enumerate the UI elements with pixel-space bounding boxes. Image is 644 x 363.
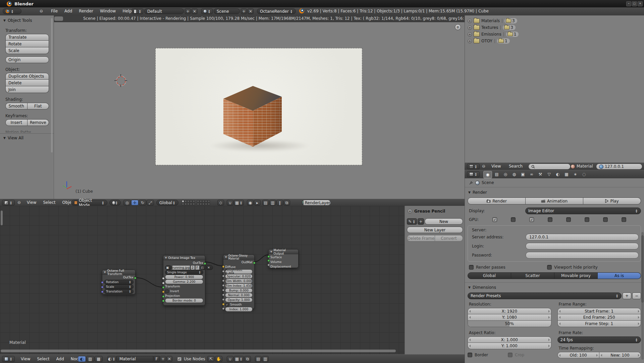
render-panel-header[interactable]: ▼Render xyxy=(468,190,644,195)
socket-invert[interactable] xyxy=(162,290,165,293)
menu-render[interactable]: Render xyxy=(75,8,97,14)
overlap-icon[interactable]: ⧉ xyxy=(244,356,251,362)
smooth-button[interactable]: Smooth xyxy=(5,103,28,109)
menu-add[interactable]: Add xyxy=(61,8,75,14)
viewport-3d[interactable]: Scene | Elapsed: 00:00.47 | Interactive … xyxy=(54,15,465,199)
start-frame-field[interactable]: Start Frame: 1 xyxy=(557,308,641,314)
add-scene-button[interactable]: + xyxy=(241,8,247,14)
render-button[interactable]: Render xyxy=(468,197,526,205)
insert-keyframe-button[interactable]: Insert xyxy=(5,119,28,126)
socket-outtex[interactable] xyxy=(134,277,137,279)
crop-checkbox[interactable]: ✓ xyxy=(508,353,513,357)
outliner-display-label[interactable]: Material xyxy=(577,164,593,169)
socket-projection[interactable] xyxy=(162,295,165,298)
tab-render-icon[interactable]: ◉ xyxy=(483,171,492,178)
texture-tree-icon[interactable]: ▩ xyxy=(95,356,103,362)
socket-gamma[interactable] xyxy=(162,282,165,284)
tab-world-icon[interactable]: ◍ xyxy=(510,171,518,178)
resolution-y-field[interactable]: Y: 1080 xyxy=(468,314,551,321)
panel-expand-icon[interactable]: + xyxy=(408,209,412,214)
normal-value[interactable]: Normal: 0.000 xyxy=(225,293,253,298)
end-frame-field[interactable]: End Frame: 250 xyxy=(557,314,641,321)
node-header[interactable]: ▼Octane Glossy Material xyxy=(223,255,254,260)
use-nodes-checkbox[interactable]: ✓ xyxy=(177,357,182,361)
tab-object-data-icon[interactable]: ▽ xyxy=(545,171,553,178)
open-image-icon[interactable]: ◰ xyxy=(200,265,206,270)
index-value[interactable]: Index: 1.000 xyxy=(225,307,253,312)
frame-rate-select[interactable]: 24 fps▲▼ xyxy=(557,336,641,343)
socket-specular[interactable] xyxy=(222,275,225,277)
node-octane-glossy-material[interactable]: ▼Octane Glossy Material OutMat Diffuse R… xyxy=(223,255,255,309)
properties-scrollbar-thumb[interactable] xyxy=(641,235,644,303)
mode-select[interactable]: Object Mode ▲▼ xyxy=(71,200,107,206)
rotation-select[interactable]: Rotation▲▼ xyxy=(104,280,133,284)
socket-outmat[interactable] xyxy=(253,262,256,264)
specular-value[interactable]: Specular: 0.020 xyxy=(225,274,253,279)
opengl-render-icon[interactable]: ◉ xyxy=(247,200,254,206)
resolution-x-field[interactable]: X: 1920 xyxy=(468,308,551,314)
unlink-image-icon[interactable]: ✕ xyxy=(207,265,213,270)
expand-icon[interactable]: + xyxy=(468,19,472,23)
sequence-icon[interactable]: ⧉ xyxy=(283,200,290,206)
socket-transform[interactable] xyxy=(162,286,165,289)
render-passes-checkbox[interactable]: ✓ xyxy=(469,265,474,270)
layer-grid-left[interactable] xyxy=(182,200,195,205)
join-button[interactable]: Join xyxy=(5,86,49,93)
minimize-button[interactable]: – xyxy=(626,1,631,6)
tab-particles-icon[interactable]: ∗ xyxy=(571,171,579,178)
pin-icon[interactable] xyxy=(469,181,473,185)
border-checkbox[interactable]: ✓ xyxy=(468,353,472,357)
scale-select[interactable]: Scale▲▼ xyxy=(104,284,133,289)
play-button[interactable]: Play xyxy=(583,197,641,205)
convert-button[interactable]: Convert xyxy=(435,235,463,241)
lock-icon[interactable]: ⬦ xyxy=(217,200,224,206)
viewport-menu-view[interactable]: View xyxy=(23,199,40,206)
viewport-menu-select[interactable]: Select xyxy=(40,199,59,206)
fake-user-button[interactable]: F xyxy=(154,356,160,362)
global-mode-button[interactable]: Global xyxy=(468,272,511,279)
scene-field[interactable]: Scene xyxy=(214,8,240,14)
screencast-icon[interactable]: ∥ xyxy=(276,200,283,206)
object-tools-panel-header[interactable]: ▼Object Tools xyxy=(3,18,54,23)
breadcrumb-scene[interactable]: Scene xyxy=(482,180,494,185)
render-layer-button[interactable]: RenderLayer xyxy=(302,200,331,206)
gamma-value[interactable]: Gamma: 2.200 xyxy=(165,279,203,284)
fake-user-button[interactable]: F xyxy=(195,265,200,270)
gpu-checkbox-8[interactable]: ✓ xyxy=(622,217,626,222)
server-address-input[interactable]: 127.0.0.1 xyxy=(526,234,639,240)
film-width-value[interactable]: Film Width: 0.000 xyxy=(225,279,253,283)
tab-scene-icon[interactable]: ◎ xyxy=(501,171,509,178)
socket-film-index[interactable] xyxy=(222,284,225,287)
frame-step-field[interactable]: Frame Step: 1 xyxy=(557,321,641,327)
socket-diffuse[interactable] xyxy=(222,265,225,268)
node-material-output[interactable]: ▼Material Output Surface Volume Displace… xyxy=(268,249,299,268)
socket-outtex[interactable] xyxy=(204,262,206,265)
node-editor-hscrollbar[interactable] xyxy=(1,350,396,352)
viewport-hide-priority-checkbox[interactable]: ✓ xyxy=(547,265,552,270)
duplicate-objects-button[interactable]: Duplicate Objects xyxy=(5,73,49,80)
animation-button[interactable]: Animation xyxy=(526,197,583,205)
expand-icon[interactable]: + xyxy=(468,32,472,37)
tab-physics-icon[interactable]: ◌ xyxy=(580,171,588,178)
bump-value[interactable]: Bump: 0.000 xyxy=(225,288,253,293)
roughness-value[interactable]: Roughness: 0.469 xyxy=(225,269,253,274)
socket-film-width[interactable] xyxy=(222,279,225,282)
expand-icon[interactable]: + xyxy=(468,26,472,30)
outliner-search-input[interactable] xyxy=(528,164,571,170)
outliner-row-materials[interactable]: + Materials| 3 xyxy=(468,18,517,24)
snap-magnet-icon[interactable]: ∪ xyxy=(227,356,233,362)
delete-layout-button[interactable]: ✕ xyxy=(192,8,198,14)
tab-constraints-icon[interactable]: ∞ xyxy=(528,171,536,178)
editor-type-info-button[interactable]: ▲▼ xyxy=(3,8,21,14)
region-toggle-plus-button[interactable]: + xyxy=(455,24,461,30)
node-header[interactable]: ▼Octane Full Transform xyxy=(102,270,135,275)
outliner-row-otoy[interactable]: + OTOY| 1 xyxy=(468,38,510,44)
copy-icon[interactable]: ▤ xyxy=(262,200,269,206)
shader-tree-icon[interactable]: ◐ xyxy=(78,356,86,362)
node-editor-canvas[interactable]: ▼Octane Full Transform OutTex Rotation▲▼… xyxy=(0,206,405,354)
draw-mode-icon[interactable]: ✎▲▼ xyxy=(407,218,417,225)
login-input[interactable] xyxy=(526,243,639,249)
socket-rotation[interactable] xyxy=(101,281,104,284)
delete-scene-button[interactable]: ✕ xyxy=(248,8,254,14)
socket-scale[interactable] xyxy=(101,286,104,288)
